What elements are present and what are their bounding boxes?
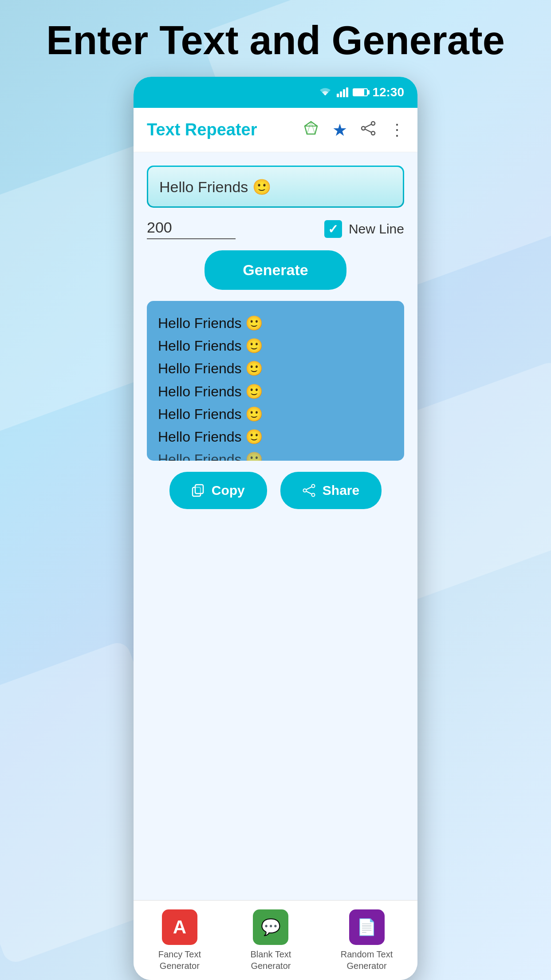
new-line-label: New Line — [349, 221, 404, 237]
blank-text-icon-box: 💬 — [253, 909, 288, 945]
result-line-6: Hello Friends 🙂 — [158, 426, 393, 448]
content-area: ✓ New Line Generate Hello Friends 🙂 Hell… — [134, 152, 417, 900]
svg-rect-0 — [337, 94, 339, 97]
text-input-inner — [148, 167, 403, 206]
share-icon[interactable] — [361, 121, 376, 139]
svg-point-9 — [362, 126, 365, 130]
svg-point-15 — [311, 485, 315, 488]
random-text-icon: 📄 — [357, 918, 377, 937]
svg-line-18 — [306, 487, 311, 490]
fancy-text-icon: A — [173, 917, 186, 938]
new-line-checkbox[interactable]: ✓ — [324, 220, 342, 238]
status-bar: 12:30 — [134, 77, 417, 108]
svg-rect-2 — [343, 89, 345, 97]
svg-marker-4 — [305, 122, 317, 134]
svg-rect-14 — [195, 485, 203, 494]
app-bar: Text Repeater ★ — [134, 108, 417, 152]
text-input[interactable] — [159, 178, 392, 195]
star-icon[interactable]: ★ — [332, 120, 347, 140]
bottom-nav: A Fancy TextGenerator 💬 Blank TextGenera… — [134, 900, 417, 980]
random-text-icon-box: 📄 — [349, 909, 385, 945]
copy-button[interactable]: Copy — [169, 472, 267, 509]
svg-point-8 — [371, 122, 375, 125]
result-line-4: Hello Friends 🙂 — [158, 380, 393, 403]
share-button[interactable]: Share — [280, 472, 382, 509]
copy-icon — [192, 484, 205, 497]
status-time: 12:30 — [372, 85, 404, 99]
result-line-7: Hello Friends 🙂 — [158, 448, 393, 461]
new-line-section: ✓ New Line — [324, 220, 404, 238]
status-icons: 12:30 — [318, 85, 404, 99]
result-line-5: Hello Friends 🙂 — [158, 403, 393, 426]
options-row: ✓ New Line — [147, 219, 404, 239]
svg-line-19 — [306, 491, 311, 494]
checkbox-check-icon: ✓ — [328, 222, 338, 237]
svg-point-17 — [311, 494, 315, 497]
svg-point-16 — [303, 489, 306, 492]
share-action-icon — [303, 484, 316, 497]
svg-line-12 — [365, 129, 371, 132]
svg-point-10 — [371, 131, 375, 135]
diamond-icon[interactable] — [303, 120, 319, 140]
result-line-3: Hello Friends 🙂 — [158, 357, 393, 380]
app-bar-icons: ★ ⋮ — [303, 120, 404, 140]
generate-button[interactable]: Generate — [205, 250, 346, 290]
app-bar-title: Text Repeater — [147, 120, 294, 139]
svg-line-11 — [365, 124, 371, 127]
battery-icon — [353, 88, 368, 96]
text-input-container — [147, 166, 404, 208]
svg-rect-1 — [340, 91, 342, 97]
nav-item-random-text[interactable]: 📄 Random TextGenerator — [341, 909, 393, 972]
random-text-label: Random TextGenerator — [341, 948, 393, 972]
result-line-2: Hello Friends 🙂 — [158, 335, 393, 357]
nav-item-fancy-text[interactable]: A Fancy TextGenerator — [158, 909, 201, 972]
page-title: Enter Text and Generate — [0, 0, 551, 77]
menu-icon[interactable]: ⋮ — [389, 121, 404, 139]
repeat-count-input[interactable] — [147, 219, 236, 239]
result-area: Hello Friends 🙂 Hello Friends 🙂 Hello Fr… — [147, 301, 404, 461]
result-line-1: Hello Friends 🙂 — [158, 312, 393, 335]
action-buttons: Copy Share — [147, 472, 404, 509]
phone-frame: 12:30 Text Repeater ★ — [134, 77, 417, 980]
nav-item-blank-text[interactable]: 💬 Blank TextGenerator — [250, 909, 291, 972]
fancy-text-icon-box: A — [162, 909, 197, 945]
blank-text-label: Blank TextGenerator — [250, 948, 291, 972]
svg-rect-3 — [346, 87, 348, 97]
fancy-text-label: Fancy TextGenerator — [158, 948, 201, 972]
blank-text-icon: 💬 — [261, 918, 281, 937]
signal-icon — [337, 87, 348, 97]
wifi-icon — [318, 87, 332, 97]
